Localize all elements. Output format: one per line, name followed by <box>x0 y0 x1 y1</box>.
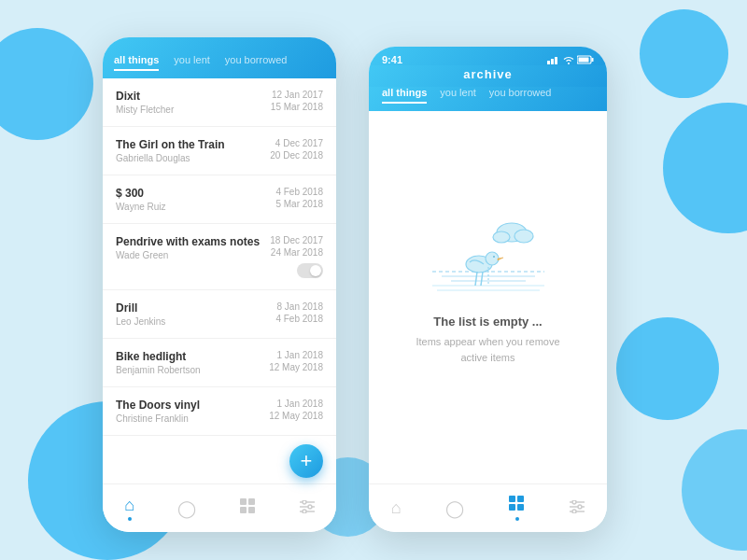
item-name: Drill <box>116 301 165 315</box>
item-date1: 4 Feb 2018 <box>275 187 323 197</box>
item-name: The Girl on the Train <box>116 138 225 151</box>
empty-illustration <box>423 206 554 300</box>
archive-title: archive <box>369 65 607 87</box>
nav-settings-right[interactable] <box>570 498 585 518</box>
item-name: Pendrive with exams notes <box>116 235 260 248</box>
home-icon: ⌂ <box>124 496 134 515</box>
active-indicator-right <box>515 517 519 521</box>
item-info: The Girl on the Train Gabriella Douglas <box>116 138 225 163</box>
item-info: Drill Leo Jenkins <box>116 301 165 327</box>
item-person: Christine Franklin <box>116 413 200 424</box>
nav-chat[interactable]: ◯ <box>177 498 196 519</box>
archive-toggle[interactable] <box>297 263 323 278</box>
battery-icon <box>577 55 594 64</box>
svg-point-25 <box>486 252 499 265</box>
item-dates: 4 Feb 2018 5 Mar 2018 <box>275 187 323 209</box>
nav-grid[interactable] <box>240 498 257 518</box>
list-item[interactable]: The Doors vinyl Christine Franklin 1 Jan… <box>103 387 336 436</box>
svg-rect-1 <box>248 498 255 505</box>
svg-rect-32 <box>509 504 515 511</box>
list-item[interactable]: The Girl on the Train Gabriella Douglas … <box>103 127 336 175</box>
svg-point-39 <box>572 510 576 513</box>
item-dates: 12 Jan 2017 15 Mar 2018 <box>271 90 323 112</box>
signal-icon <box>547 55 560 64</box>
item-dates: 4 Dec 2017 20 Dec 2018 <box>270 138 323 161</box>
list-item[interactable]: $ 300 Wayne Ruiz 4 Feb 2018 5 Mar 2018 <box>103 175 336 224</box>
settings-icon-right <box>570 498 585 518</box>
svg-rect-3 <box>248 507 255 513</box>
item-dates: 8 Jan 2018 4 Feb 2018 <box>275 301 323 324</box>
item-date1: 8 Jan 2018 <box>277 301 324 312</box>
nav-archive-right[interactable] <box>509 496 526 521</box>
item-info: Dixit Misty Fletcher <box>116 90 174 115</box>
item-date2: 15 Mar 2018 <box>271 102 323 112</box>
svg-line-28 <box>481 272 483 286</box>
left-phone-tabs: all things you lent you borrowed <box>114 54 325 78</box>
list-item[interactable]: Bike hedlight Benjamin Robertson 1 Jan 2… <box>103 339 336 387</box>
archive-empty-state: The list is empty ... Items appear when … <box>369 111 607 451</box>
svg-point-37 <box>572 500 576 504</box>
nav-home-right[interactable]: ⌂ <box>391 498 402 518</box>
nav-chat-right[interactable]: ◯ <box>445 498 464 519</box>
item-date1: 18 Dec 2017 <box>270 235 323 245</box>
item-person: Wade Green <box>116 250 260 260</box>
svg-rect-15 <box>592 58 594 62</box>
svg-point-38 <box>578 505 582 509</box>
tab-all-things-right[interactable]: all things <box>382 87 427 104</box>
tab-you-borrowed-right[interactable]: you borrowed <box>489 87 552 104</box>
empty-state-content: The list is empty ... Items appear when … <box>397 178 578 384</box>
svg-point-23 <box>493 231 510 243</box>
item-person: Wayne Ruiz <box>116 202 166 212</box>
list-item[interactable]: Drill Leo Jenkins 8 Jan 2018 4 Feb 2018 <box>103 290 336 339</box>
tab-you-borrowed-left[interactable]: you borrowed <box>225 54 288 71</box>
home-icon-right: ⌂ <box>391 498 402 518</box>
settings-icon <box>300 498 315 518</box>
svg-rect-33 <box>517 504 524 511</box>
svg-line-27 <box>475 272 477 286</box>
right-bottom-nav: ⌂ ◯ <box>369 483 607 532</box>
svg-rect-31 <box>517 496 524 502</box>
svg-rect-0 <box>240 498 247 505</box>
items-list: Dixit Misty Fletcher 12 Jan 2017 15 Mar … <box>103 78 336 469</box>
tab-you-lent-left[interactable]: you lent <box>174 54 210 71</box>
item-info: The Doors vinyl Christine Franklin <box>116 399 200 424</box>
status-icons <box>547 55 594 64</box>
status-bar: 9:41 <box>369 47 607 65</box>
item-date2: 24 Mar 2018 <box>271 247 323 258</box>
item-person: Misty Fletcher <box>116 105 174 115</box>
item-date1: 12 Jan 2017 <box>272 90 323 100</box>
item-person: Gabriella Douglas <box>116 153 225 163</box>
svg-point-9 <box>303 510 306 513</box>
item-person: Leo Jenkins <box>116 316 165 327</box>
empty-title: The list is empty ... <box>433 315 542 329</box>
nav-home[interactable]: ⌂ <box>124 496 134 521</box>
svg-rect-10 <box>547 61 550 64</box>
right-phone: 9:41 archive all things you lent you bo <box>369 47 607 532</box>
item-date1: 1 Jan 2018 <box>277 399 324 409</box>
status-time: 9:41 <box>382 54 402 65</box>
item-date2: 5 Mar 2018 <box>275 199 323 209</box>
tab-all-things-left[interactable]: all things <box>114 54 159 71</box>
chat-icon-right: ◯ <box>445 498 464 519</box>
svg-rect-12 <box>555 57 557 64</box>
list-item[interactable]: Pendrive with exams notes Wade Green 18 … <box>103 224 336 290</box>
empty-subtitle: Items appear when you removeactive items <box>416 334 559 365</box>
svg-rect-2 <box>240 507 247 513</box>
svg-rect-11 <box>551 59 554 64</box>
nav-settings[interactable] <box>300 498 315 518</box>
list-item[interactable]: Dixit Misty Fletcher 12 Jan 2017 15 Mar … <box>103 78 336 127</box>
chat-icon: ◯ <box>177 498 196 519</box>
svg-point-22 <box>514 230 533 243</box>
item-date2: 4 Feb 2018 <box>275 314 323 324</box>
left-bottom-nav: ⌂ ◯ <box>103 483 336 532</box>
item-info: Bike hedlight Benjamin Robertson <box>116 350 201 375</box>
item-info: $ 300 Wayne Ruiz <box>116 187 166 212</box>
archive-icon-right <box>509 496 526 515</box>
tab-you-lent-right[interactable]: you lent <box>440 87 476 104</box>
item-dates: 18 Dec 2017 24 Mar 2018 <box>270 235 323 278</box>
add-item-button[interactable]: + <box>289 444 323 478</box>
item-date1: 4 Dec 2017 <box>275 138 323 148</box>
item-date2: 12 May 2018 <box>269 411 323 421</box>
svg-point-7 <box>303 500 306 504</box>
item-name: The Doors vinyl <box>116 399 200 412</box>
